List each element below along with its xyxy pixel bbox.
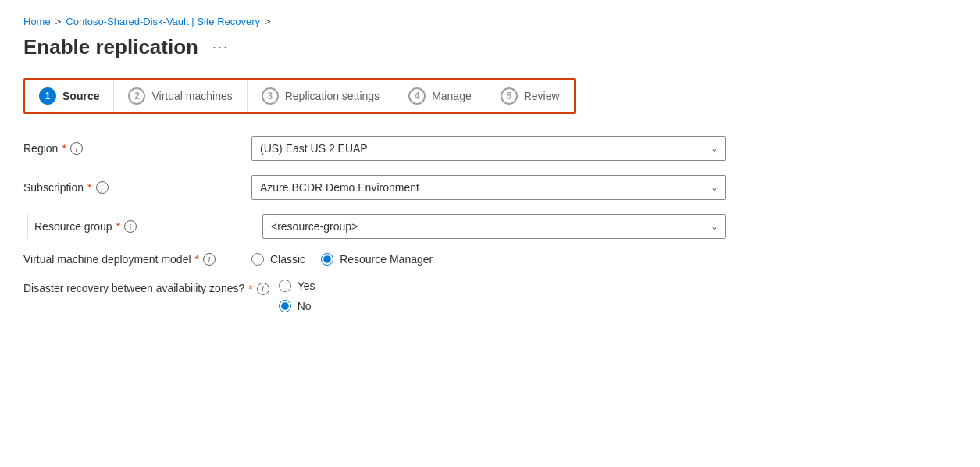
- deployment-model-control: Classic Resource Manager: [251, 253, 726, 266]
- step-review[interactable]: 5Review: [486, 80, 574, 112]
- subscription-label: Subscription * i: [23, 181, 242, 194]
- region-dropdown[interactable]: (US) East US 2 EUAP: [251, 136, 726, 161]
- resource-group-control: <resource-group> ⌄: [262, 214, 726, 239]
- step-3-circle: 3: [262, 87, 279, 105]
- deployment-model-info-icon[interactable]: i: [203, 253, 216, 266]
- resource-group-row: Resource group * i <resource-group> ⌄: [34, 214, 726, 239]
- form-section: Region * i (US) East US 2 EUAP ⌄ Subscri…: [23, 136, 726, 312]
- deployment-model-classic-text: Classic: [270, 253, 305, 266]
- step-source[interactable]: 1Source: [25, 80, 114, 112]
- page-title-row: Enable replication ···: [23, 35, 957, 59]
- region-required: *: [62, 142, 66, 155]
- indent-bar: [27, 214, 28, 239]
- disaster-recovery-no-label[interactable]: No: [279, 300, 312, 312]
- subscription-dropdown[interactable]: Azure BCDR Demo Environment: [251, 175, 726, 200]
- step-4-circle: 4: [408, 87, 426, 105]
- step-1-circle: 1: [39, 87, 56, 105]
- deployment-model-label: Virtual machine deployment model * i: [23, 253, 242, 266]
- step-5-circle: 5: [501, 87, 518, 105]
- step-manage[interactable]: 4Manage: [394, 80, 486, 112]
- disaster-recovery-control: Yes No: [279, 280, 726, 312]
- deployment-model-classic-label[interactable]: Classic: [251, 253, 305, 266]
- step-2-label: Virtual machines: [151, 90, 232, 102]
- subscription-info-icon[interactable]: i: [96, 181, 109, 194]
- breadcrumb-sep1: >: [55, 16, 62, 27]
- steps-wrapper: 1Source2Virtual machines3Replication set…: [23, 78, 957, 114]
- step-1-label: Source: [62, 90, 99, 102]
- step-4-label: Manage: [432, 90, 472, 102]
- resource-group-label: Resource group * i: [34, 220, 253, 233]
- step-2-circle: 2: [128, 87, 145, 105]
- resource-group-required: *: [116, 220, 120, 233]
- deployment-model-row: Virtual machine deployment model * i Cla…: [23, 253, 726, 266]
- steps-bar: 1Source2Virtual machines3Replication set…: [23, 78, 576, 114]
- region-info-icon[interactable]: i: [70, 142, 83, 155]
- disaster-recovery-no-radio[interactable]: [279, 300, 291, 312]
- disaster-recovery-label: Disaster recovery between availability z…: [23, 280, 269, 297]
- region-row: Region * i (US) East US 2 EUAP ⌄: [23, 136, 726, 161]
- page-title: Enable replication: [23, 35, 198, 59]
- step-replication-settings[interactable]: 3Replication settings: [248, 80, 394, 112]
- deployment-model-required: *: [195, 253, 199, 266]
- step-virtual-machines[interactable]: 2Virtual machines: [114, 80, 247, 112]
- subscription-row: Subscription * i Azure BCDR Demo Environ…: [23, 175, 726, 200]
- step-3-label: Replication settings: [285, 90, 380, 102]
- region-control: (US) East US 2 EUAP ⌄: [251, 136, 726, 161]
- deployment-model-rm-label[interactable]: Resource Manager: [321, 253, 433, 266]
- disaster-recovery-radio-group: Yes No: [279, 280, 726, 312]
- deployment-model-classic-radio[interactable]: [251, 253, 264, 266]
- subscription-required: *: [87, 181, 91, 194]
- disaster-recovery-no-text: No: [298, 300, 312, 312]
- step-5-label: Review: [524, 90, 560, 102]
- breadcrumb: Home > Contoso-Shared-Disk-Vault | Site …: [23, 16, 957, 27]
- deployment-model-rm-radio[interactable]: [321, 253, 333, 266]
- disaster-recovery-row: Disaster recovery between availability z…: [23, 280, 726, 312]
- disaster-recovery-yes-radio[interactable]: [279, 280, 291, 292]
- region-label: Region * i: [23, 142, 242, 155]
- breadcrumb-vault[interactable]: Contoso-Shared-Disk-Vault | Site Recover…: [66, 16, 260, 27]
- resource-group-wrapper: Resource group * i <resource-group> ⌄: [23, 214, 726, 239]
- resource-group-dropdown[interactable]: <resource-group>: [262, 214, 726, 239]
- disaster-recovery-yes-text: Yes: [298, 280, 315, 292]
- deployment-model-radio-group: Classic Resource Manager: [251, 253, 726, 266]
- disaster-recovery-yes-label[interactable]: Yes: [279, 280, 315, 292]
- disaster-recovery-required: *: [248, 283, 252, 295]
- breadcrumb-sep2: >: [265, 16, 271, 27]
- deployment-model-rm-text: Resource Manager: [340, 253, 433, 266]
- disaster-recovery-info-icon[interactable]: i: [257, 283, 269, 295]
- ellipsis-button[interactable]: ···: [208, 37, 233, 57]
- breadcrumb-home[interactable]: Home: [23, 16, 51, 27]
- subscription-control: Azure BCDR Demo Environment ⌄: [251, 175, 726, 200]
- resource-group-info-icon[interactable]: i: [124, 220, 137, 233]
